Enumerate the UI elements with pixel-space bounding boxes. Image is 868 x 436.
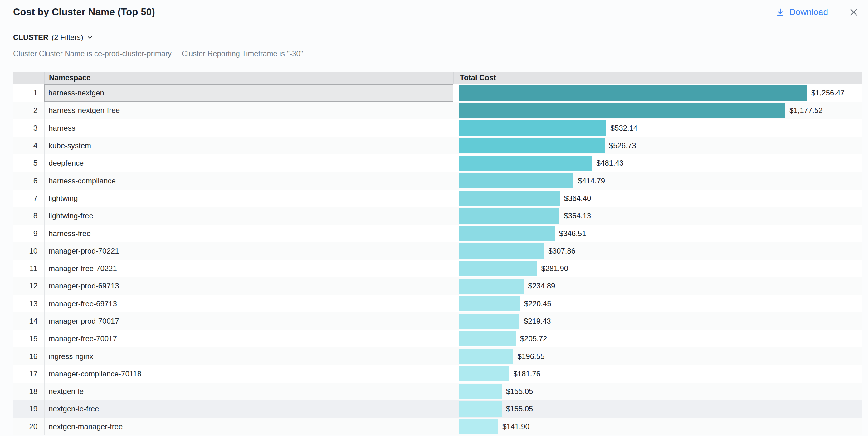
row-rank: 13 [13, 295, 44, 312]
table-row[interactable]: 8lightwing-free$364.13 [13, 207, 862, 224]
table-row[interactable]: 9harness-free$346.51 [13, 224, 862, 242]
cost-cell[interactable]: $181.76 [453, 365, 862, 383]
cost-bar [459, 120, 606, 136]
namespace-cell[interactable]: harness-free [44, 224, 453, 242]
column-header-rank [13, 72, 44, 84]
table-row[interactable]: 11manager-free-70221$281.90 [13, 260, 862, 277]
cost-cell[interactable]: $219.43 [453, 312, 862, 330]
namespace-cell[interactable]: nextgen-le-free [44, 400, 453, 417]
cost-table: Namespace Total Cost 1harness-nextgen$1,… [13, 72, 862, 435]
table-row[interactable]: 15manager-free-70017$205.72 [13, 330, 862, 347]
cost-cell[interactable]: $155.05 [453, 400, 862, 417]
cost-value: $234.89 [528, 282, 555, 290]
namespace-cell[interactable]: manager-free-70017 [44, 330, 453, 347]
namespace-cell[interactable]: nextgen-le [44, 383, 453, 400]
cost-cell[interactable]: $205.72 [453, 330, 862, 347]
table-row[interactable]: 4kube-system$526.73 [13, 137, 862, 154]
table-row[interactable]: 18nextgen-le$155.05 [13, 383, 862, 400]
table-row[interactable]: 1harness-nextgen$1,256.47 [13, 84, 862, 102]
close-button[interactable] [849, 7, 859, 17]
cost-cell[interactable]: $364.13 [453, 207, 862, 224]
namespace-cell[interactable]: manager-prod-70017 [44, 312, 453, 330]
row-rank: 4 [13, 137, 44, 154]
table-row[interactable]: 16ingress-nginx$196.55 [13, 347, 862, 365]
cost-value: $219.43 [524, 317, 551, 325]
column-header-total-cost[interactable]: Total Cost [453, 72, 862, 84]
table-row[interactable]: 2harness-nextgen-free$1,177.52 [13, 102, 862, 119]
row-rank: 19 [13, 400, 44, 417]
cost-bar [459, 173, 574, 188]
cost-cell[interactable]: $196.55 [453, 347, 862, 365]
table-row[interactable]: 12manager-prod-69713$234.89 [13, 277, 862, 295]
row-rank: 12 [13, 277, 44, 295]
namespace-cell[interactable]: ingress-nginx [44, 347, 453, 365]
cost-bar [459, 419, 498, 434]
cost-cell[interactable]: $364.40 [453, 190, 862, 207]
cost-cell[interactable]: $155.05 [453, 383, 862, 400]
header-actions: Download [776, 7, 859, 17]
cost-bar [459, 331, 516, 346]
table-row[interactable]: 3harness$532.14 [13, 120, 862, 137]
download-icon [776, 7, 785, 17]
table-header-row: Namespace Total Cost [13, 72, 862, 84]
table-row[interactable]: 10manager-prod-70221$307.86 [13, 242, 862, 260]
table-row[interactable]: 7lightwing$364.40 [13, 190, 862, 207]
namespace-cell[interactable]: lightwing-free [44, 207, 453, 224]
table-row[interactable]: 19nextgen-le-free$155.05 [13, 400, 862, 417]
cost-cell[interactable]: $234.89 [453, 277, 862, 295]
cost-cell[interactable]: $141.90 [453, 418, 862, 435]
applied-filter: Cluster Reporting Timeframe is "-30" [182, 49, 303, 58]
cost-cell[interactable]: $346.51 [453, 224, 862, 242]
row-rank: 18 [13, 383, 44, 400]
namespace-cell[interactable]: manager-free-69713 [44, 295, 453, 312]
cost-cell[interactable]: $414.79 [453, 172, 862, 189]
cost-cell[interactable]: $532.14 [453, 120, 862, 137]
row-rank: 16 [13, 347, 44, 365]
namespace-cell[interactable]: manager-free-70221 [44, 260, 453, 277]
cost-value: $220.45 [524, 300, 551, 308]
close-icon [849, 7, 859, 17]
table-row[interactable]: 13manager-free-69713$220.45 [13, 295, 862, 312]
cost-value: $364.40 [564, 194, 591, 203]
cost-bar [459, 261, 537, 276]
cost-value: $481.43 [596, 159, 624, 167]
download-button[interactable]: Download [776, 7, 828, 17]
table-row[interactable]: 5deepfence$481.43 [13, 154, 862, 172]
column-header-namespace[interactable]: Namespace [44, 72, 453, 84]
cost-value: $532.14 [611, 124, 638, 132]
table-row[interactable]: 17manager-compliance-70118$181.76 [13, 365, 862, 383]
cost-bar [459, 103, 785, 118]
cost-cell[interactable]: $281.90 [453, 260, 862, 277]
table-row[interactable]: 14manager-prod-70017$219.43 [13, 312, 862, 330]
namespace-cell[interactable]: harness-nextgen [44, 84, 453, 102]
namespace-cell[interactable]: harness-compliance [44, 172, 453, 189]
cost-bar [459, 226, 555, 241]
row-rank: 1 [13, 84, 44, 102]
namespace-cell[interactable]: lightwing [44, 190, 453, 207]
row-rank: 20 [13, 418, 44, 435]
modal-header: Cost by Cluster Name (Top 50) Download [0, 0, 868, 19]
namespace-cell[interactable]: manager-prod-70221 [44, 242, 453, 260]
cluster-filters-dropdown[interactable]: CLUSTER (2 Filters) [13, 33, 93, 42]
table-row[interactable]: 20nextgen-manager-free$141.90 [13, 418, 862, 435]
row-rank: 8 [13, 207, 44, 224]
namespace-cell[interactable]: harness [44, 120, 453, 137]
namespace-cell[interactable]: deepfence [44, 154, 453, 172]
cost-cell[interactable]: $526.73 [453, 137, 862, 154]
namespace-cell[interactable]: manager-prod-69713 [44, 277, 453, 295]
row-rank: 11 [13, 260, 44, 277]
namespace-cell[interactable]: nextgen-manager-free [44, 418, 453, 435]
row-rank: 3 [13, 120, 44, 137]
chevron-down-icon [86, 34, 93, 41]
namespace-cell[interactable]: harness-nextgen-free [44, 102, 453, 119]
namespace-cell[interactable]: kube-system [44, 137, 453, 154]
cost-cell[interactable]: $1,177.52 [453, 102, 862, 119]
table-row[interactable]: 6harness-compliance$414.79 [13, 172, 862, 189]
cost-cell[interactable]: $307.86 [453, 242, 862, 260]
cost-cell[interactable]: $1,256.47 [453, 84, 862, 102]
page-title: Cost by Cluster Name (Top 50) [13, 6, 155, 18]
namespace-cell[interactable]: manager-compliance-70118 [44, 365, 453, 383]
cost-cell[interactable]: $481.43 [453, 154, 862, 172]
row-rank: 5 [13, 154, 44, 172]
cost-cell[interactable]: $220.45 [453, 295, 862, 312]
